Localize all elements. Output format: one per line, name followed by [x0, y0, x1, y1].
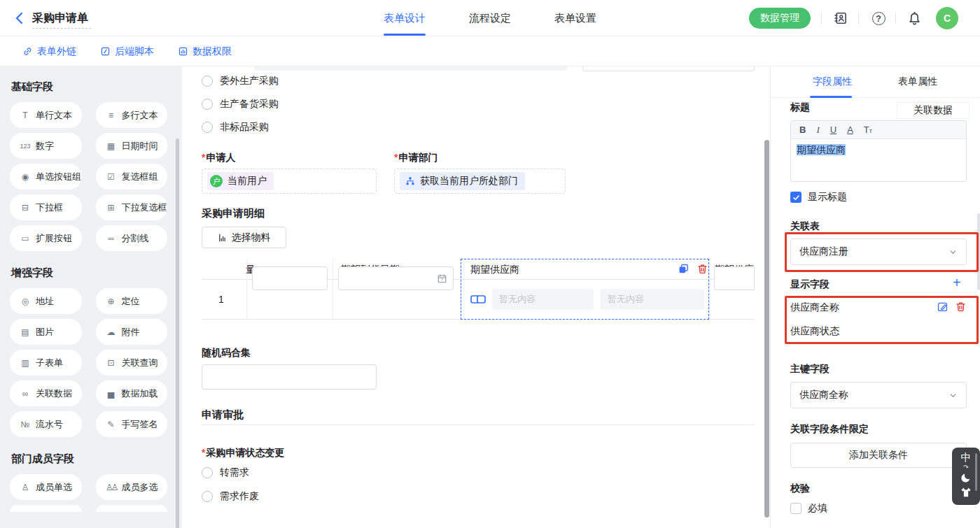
radio-option-nonstandard[interactable]: 非标品采购	[202, 120, 269, 134]
field-item-attachment[interactable]: ☁附件	[96, 319, 168, 345]
applicant-field[interactable]: 户 当前用户	[202, 169, 377, 194]
field-item-checkbox-group[interactable]: ☑复选框组	[96, 164, 168, 190]
field-item-location[interactable]: ⊕定位	[96, 288, 168, 314]
department-field[interactable]: 获取当前用户所处部门	[394, 169, 566, 194]
add-display-field-button[interactable]: +	[953, 276, 961, 289]
title-rich-editor[interactable]: B I U A T 期望供应商	[790, 120, 967, 182]
edit-field-icon[interactable]	[937, 301, 948, 313]
italic-button[interactable]: I	[816, 124, 819, 136]
dark-mode-moon-icon[interactable]	[960, 471, 972, 484]
font-size-button[interactable]: T	[864, 124, 872, 135]
radio-icon[interactable]	[202, 76, 213, 87]
bold-button[interactable]: B	[799, 124, 806, 135]
field-item-label: 分割线	[122, 232, 149, 245]
primary-field-dropdown[interactable]: 供应商全称	[790, 382, 967, 408]
field-item-subform[interactable]: ▥子表单	[10, 350, 82, 376]
back-button[interactable]	[13, 10, 28, 26]
basic-fields-grid: T单行文本 ≡多行文本 123数字 ▦日期时间 ◉单选按钮组 ☑复选框组 ⊟下拉…	[10, 102, 167, 251]
section-title-basic-fields: 基础字段	[11, 80, 167, 94]
field-item-radio-group[interactable]: ◉单选按钮组	[10, 164, 82, 190]
expected-date-input[interactable]: 7	[338, 266, 454, 290]
field-item-datetime[interactable]: ▦日期时间	[96, 133, 168, 159]
related-query-icon: ⊡	[106, 358, 117, 368]
subform-icon: ▥	[20, 358, 31, 368]
data-permission-link[interactable]: 数据权限	[178, 45, 232, 58]
display-field-item-status[interactable]: 供应商状态	[790, 325, 967, 338]
radio-icon[interactable]	[202, 122, 213, 133]
tab-form-design[interactable]: 表单设计	[384, 12, 426, 25]
required-checkbox[interactable]	[790, 503, 802, 514]
field-item-select[interactable]: ⊟下拉框	[10, 194, 82, 220]
active-tab-underline	[810, 96, 852, 98]
field-item-partial	[10, 505, 82, 512]
sidebar-scrollbar[interactable]	[176, 138, 179, 528]
field-item-single-line-text[interactable]: T单行文本	[10, 102, 82, 128]
field-item-divider[interactable]: ═分割线	[96, 225, 168, 251]
field-item-multi-line-text[interactable]: ≡多行文本	[96, 102, 168, 128]
radio-option-demand-void[interactable]: 需求作废	[202, 490, 259, 504]
tab-process-setting[interactable]: 流程设定	[469, 12, 511, 25]
related-table-dropdown[interactable]: 供应商注册	[790, 238, 967, 265]
show-title-checkbox[interactable]	[790, 192, 802, 203]
quantity-input[interactable]	[252, 266, 328, 290]
column-header-expected-supplier[interactable]: 期望供应商	[470, 264, 610, 276]
field-item-related-query[interactable]: ⊡关联查询	[96, 350, 168, 376]
delete-column-icon[interactable]	[696, 263, 708, 275]
current-user-chip[interactable]: 户 当前用户	[207, 172, 274, 190]
help-icon[interactable]: ?	[870, 10, 887, 27]
panel-scrollbar[interactable]	[977, 213, 980, 290]
field-item-related-data[interactable]: ∞关联数据	[10, 380, 82, 406]
field-item-member-single[interactable]: ♙成员单选	[10, 474, 82, 500]
radio-icon[interactable]	[202, 99, 213, 110]
display-field-item-label: 供应商状态	[790, 325, 839, 338]
title-editor-area[interactable]: 期望供应商	[791, 139, 966, 162]
applicant-field-label: *申请人	[202, 152, 235, 164]
field-item-signature[interactable]: ✎手写签名	[96, 411, 168, 437]
field-item-image[interactable]: ▤图片	[10, 319, 82, 345]
copy-column-icon[interactable]	[678, 263, 690, 275]
tab-field-properties[interactable]: 字段属性	[813, 76, 852, 88]
select-material-button[interactable]: 选择物料	[202, 227, 286, 248]
canvas-scrollbar[interactable]	[764, 140, 769, 518]
translate-extension-widget[interactable]: 中 ↷	[952, 448, 980, 505]
tab-form-properties[interactable]: 表单属性	[898, 76, 937, 88]
field-item-member-multi[interactable]: ♙♙成员多选	[96, 474, 168, 500]
add-condition-button[interactable]: 添加关联条件	[790, 443, 967, 468]
radio-option-to-demand[interactable]: 转需求	[202, 466, 249, 480]
tab-form-setting[interactable]: 表单设置	[554, 12, 596, 25]
data-manage-button[interactable]: 数据管理	[749, 8, 811, 29]
supplier-placeholder-1: 暂无内容	[492, 289, 594, 310]
field-item-address[interactable]: ◎地址	[10, 288, 82, 314]
backend-script-link[interactable]: 后端脚本	[100, 45, 154, 58]
radio-option-outsourced[interactable]: 委外生产采购	[202, 74, 279, 88]
display-field-item-fullname[interactable]: 供应商全称	[790, 301, 967, 314]
field-item-label: 数据加载	[122, 387, 158, 400]
delete-field-icon[interactable]	[955, 301, 967, 313]
field-item-number[interactable]: 123数字	[10, 133, 82, 159]
field-item-data-load[interactable]: ▅数据加载	[96, 380, 168, 406]
translate-icon[interactable]: 中	[961, 452, 972, 463]
supplier-2-input[interactable]	[714, 266, 755, 290]
divider-icon: ═	[106, 234, 117, 243]
notification-bell-icon[interactable]	[906, 10, 923, 27]
font-color-button[interactable]: A	[847, 124, 853, 135]
field-item-label: 单选按钮组	[36, 171, 81, 183]
location-crosshair-icon: ⊕	[106, 297, 117, 306]
underline-button[interactable]: U	[830, 124, 836, 135]
radio-icon[interactable]	[202, 467, 213, 478]
field-item-serial-number[interactable]: №流水号	[10, 411, 82, 437]
field-item-multi-select[interactable]: ⊞下拉复选框	[96, 194, 168, 220]
radio-option-stock[interactable]: 生产备货采购	[202, 97, 279, 111]
current-department-chip[interactable]: 获取当前用户所处部门	[400, 172, 525, 190]
extend-button-icon: ▭	[20, 234, 31, 243]
column-divider	[709, 259, 710, 320]
section-title-member-fields: 部门成员字段	[11, 452, 167, 466]
form-external-link[interactable]: 表单外链	[22, 45, 76, 58]
theme-shirt-icon[interactable]	[960, 486, 972, 499]
user-avatar[interactable]: C	[936, 7, 958, 29]
contacts-icon[interactable]	[832, 10, 849, 27]
field-item-extend-button[interactable]: ▭扩展按钮	[10, 225, 82, 251]
random-code-input[interactable]	[202, 364, 377, 390]
radio-icon[interactable]	[202, 491, 213, 502]
calendar-date-icon: 7	[437, 273, 447, 284]
